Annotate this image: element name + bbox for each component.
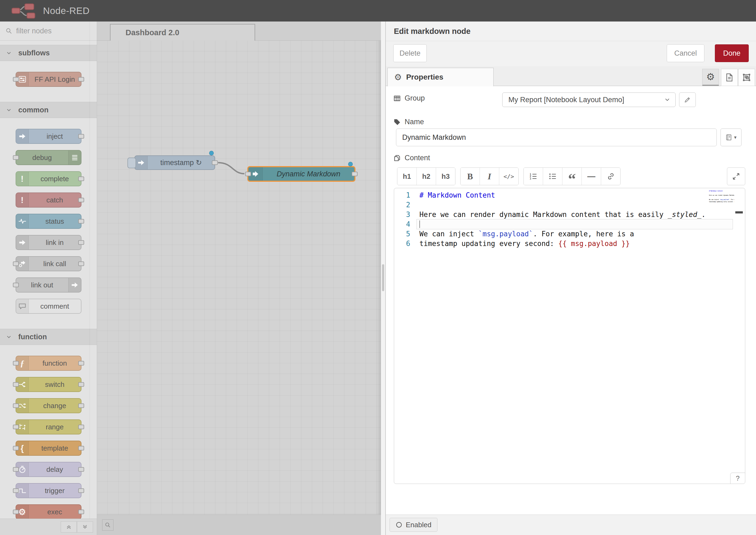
editor-help-button[interactable]: ? (730, 473, 745, 484)
output-port[interactable] (78, 240, 84, 245)
flow-node-dynamic-markdown[interactable]: Dynamic Markdown (247, 166, 355, 182)
palette-node-delay[interactable]: delay (15, 462, 81, 477)
output-port[interactable] (78, 382, 84, 387)
input-port[interactable] (13, 510, 19, 514)
input-port[interactable] (13, 489, 19, 493)
input-port[interactable] (13, 382, 19, 387)
inject-trigger-button[interactable] (127, 157, 136, 168)
gear-icon: ⚙ (706, 71, 715, 83)
editor-expand-button[interactable] (727, 167, 745, 185)
palette-node-change[interactable]: change (15, 398, 81, 413)
canvas-vertical-scrollbar[interactable] (381, 21, 385, 535)
palette-node-link-call[interactable]: link call (15, 256, 81, 271)
palette-node-template[interactable]: {template (15, 441, 81, 456)
horizontal-rule-button[interactable]: — (582, 168, 601, 185)
output-port[interactable] (212, 160, 218, 165)
name-type-select-button[interactable]: ▾ (720, 128, 742, 146)
input-port[interactable] (13, 404, 19, 408)
unordered-list-button[interactable] (543, 168, 562, 185)
output-port[interactable] (78, 404, 84, 408)
group-select[interactable]: My Report [Notebook Layout Demo] (502, 93, 676, 107)
markdown-code-editor[interactable]: 1# Markdown Content23Here we can render … (394, 188, 745, 484)
output-port[interactable] (352, 172, 357, 176)
palette-node-trigger[interactable]: trigger (15, 483, 81, 498)
input-port[interactable] (13, 446, 19, 451)
flow-canvas[interactable]: timestamp ↻ Dynamic Markdown (97, 40, 381, 535)
code-line-6[interactable]: 6timestamp updating every second: {{ msg… (394, 239, 745, 248)
output-port[interactable] (78, 177, 84, 181)
palette-category-subflows[interactable]: subflows (0, 45, 97, 61)
tab-properties[interactable]: ⚙ Properties (387, 68, 493, 86)
palette-category-common[interactable]: common (0, 102, 97, 118)
heading3-button[interactable]: h3 (436, 168, 455, 185)
heading2-button[interactable]: h2 (417, 168, 436, 185)
output-port[interactable] (78, 446, 84, 451)
ordered-list-button[interactable]: 1 2 3 (524, 168, 543, 185)
input-port[interactable] (13, 361, 19, 366)
output-port[interactable] (78, 510, 84, 514)
enabled-toggle-button[interactable]: Enabled (390, 518, 437, 532)
cancel-button[interactable]: Cancel (667, 44, 704, 62)
palette-node-switch[interactable]: switch (15, 377, 81, 392)
input-port[interactable] (13, 262, 19, 266)
code-line-5[interactable]: 5We can inject `msg.payload`. For exampl… (394, 229, 745, 239)
heading1-button[interactable]: h1 (397, 168, 417, 185)
code-button[interactable]: </> (499, 168, 518, 185)
palette-node-link-out[interactable]: link out (15, 277, 81, 293)
blockquote-button[interactable]: “ (562, 168, 582, 185)
palette-node-debug[interactable]: debug (15, 150, 81, 165)
palette-node-link-in[interactable]: link in (15, 235, 81, 250)
flow-node-timestamp[interactable]: timestamp ↻ (134, 155, 215, 170)
bold-button[interactable]: B (461, 168, 480, 185)
input-port[interactable] (13, 155, 19, 160)
input-port[interactable] (13, 467, 19, 472)
properties-form: Group My Report [Notebook Layout Demo] N… (386, 86, 756, 515)
input-port[interactable] (13, 77, 19, 82)
palette-node-status[interactable]: status (15, 214, 81, 229)
collapse-all-button[interactable] (61, 521, 77, 533)
palette-node-comment[interactable]: comment (15, 299, 81, 314)
palette-node-range[interactable]: range (15, 419, 81, 435)
delete-button[interactable]: Delete (393, 44, 427, 62)
input-port[interactable] (13, 425, 19, 429)
palette-search-input[interactable] (15, 27, 84, 36)
output-port[interactable] (78, 134, 84, 139)
output-port[interactable] (78, 77, 84, 82)
output-port[interactable] (78, 198, 84, 203)
edit-group-button[interactable] (679, 93, 696, 107)
appearance-tab-button[interactable] (738, 69, 755, 86)
properties-icon-button[interactable]: ⚙ (702, 69, 719, 86)
palette-footer (0, 519, 97, 535)
output-port[interactable] (78, 262, 84, 266)
output-port[interactable] (78, 467, 84, 472)
output-port[interactable] (78, 361, 84, 366)
palette-node-ff-api-login[interactable]: FF API Login (15, 72, 81, 87)
code-line-3[interactable]: 3Here we can render dynamic Markdown con… (394, 210, 745, 219)
expand-all-button[interactable] (77, 521, 93, 533)
scrollbar-handle[interactable] (382, 264, 384, 291)
canvas-zoom-search-button[interactable] (102, 520, 113, 531)
output-port[interactable] (78, 489, 84, 493)
code-line-4[interactable]: 4 (394, 219, 745, 229)
input-port[interactable] (245, 172, 251, 176)
palette-node-inject[interactable]: inject (15, 129, 81, 144)
done-button[interactable]: Done (715, 44, 749, 62)
palette-node-catch[interactable]: !catch (15, 192, 81, 208)
input-port[interactable] (13, 283, 19, 287)
palette-category-function[interactable]: function (0, 329, 97, 345)
palette-node-function[interactable]: ƒfunction (15, 356, 81, 371)
name-input[interactable] (396, 128, 717, 146)
palette-node-exec[interactable]: ⚙exec (15, 504, 81, 520)
wire-timestamp-to-markdown[interactable] (97, 40, 381, 535)
tab-dashboard-2-0[interactable]: Dashboard 2.0 (110, 24, 255, 41)
palette-node-complete[interactable]: !complete (15, 171, 81, 186)
output-port[interactable] (78, 425, 84, 429)
description-tab-button[interactable] (721, 69, 738, 86)
italic-button[interactable]: I (480, 168, 499, 185)
code-line-2[interactable]: 2 (394, 200, 745, 210)
link-button[interactable] (601, 168, 620, 185)
code-line-1[interactable]: 1# Markdown Content (394, 190, 745, 200)
output-port[interactable] (78, 219, 84, 224)
pages-icon (393, 154, 401, 162)
editor-minimap[interactable]: # Markdown ContentHere we can render dyn… (709, 190, 734, 203)
